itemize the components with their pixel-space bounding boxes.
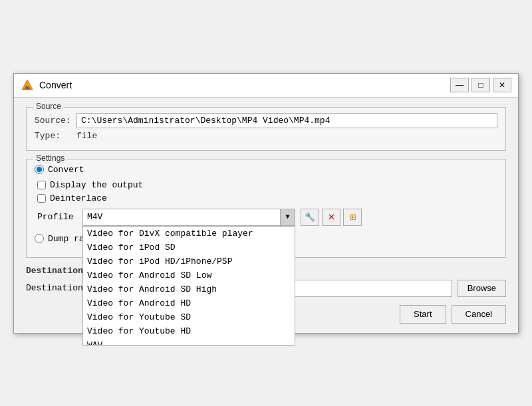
content-area: Source Source: Type: file Settings Conve… [14, 98, 518, 333]
table-icon: ⊞ [349, 212, 356, 222]
type-key-label: Type: [35, 131, 71, 141]
convert-radio[interactable] [35, 165, 44, 174]
delete-icon: ✕ [328, 212, 335, 222]
window-title: Convert [39, 80, 72, 90]
wrench-icon: 🔧 [305, 212, 315, 222]
source-group: Source Source: Type: file [26, 107, 506, 151]
settings-group: Settings Convert Display the output Dein… [26, 159, 506, 258]
display-output-checkbox[interactable] [37, 181, 46, 189]
profile-option-6[interactable]: Video for Youtube SD [83, 310, 295, 324]
deinterlace-checkbox[interactable] [37, 194, 46, 203]
start-button[interactable]: Start [400, 305, 446, 324]
profile-option-5[interactable]: Video for Android HD [83, 296, 295, 310]
title-bar-left: Convert [21, 78, 72, 92]
profile-selected-text: M4V [87, 212, 291, 222]
deinterlace-label: Deinterlace [50, 193, 107, 203]
profile-select[interactable]: M4V ▼ [82, 209, 295, 226]
source-row: Source: [35, 113, 497, 128]
source-path-input[interactable] [76, 113, 497, 128]
deinterlace-row: Deinterlace [37, 193, 497, 203]
wrench-button[interactable]: 🔧 [301, 209, 319, 226]
svg-rect-1 [25, 86, 29, 88]
profile-option-4[interactable]: Video for Android SD High [83, 282, 295, 296]
profile-icon-buttons: 🔧 ✕ ⊞ [301, 209, 362, 226]
settings-group-title: Settings [33, 153, 67, 163]
profile-option-0[interactable]: Video for DivX compatible player [83, 227, 295, 241]
title-bar-controls: — □ ✕ [450, 78, 511, 92]
source-group-title: Source [33, 102, 64, 111]
type-value: file [76, 131, 97, 141]
profile-dropdown-list[interactable]: Video for DivX compatible player Video f… [82, 226, 295, 346]
source-key-label: Source: [35, 116, 71, 126]
new-profile-button[interactable]: ⊞ [343, 209, 362, 226]
title-bar: Convert — □ ✕ [14, 74, 518, 98]
profile-option-3[interactable]: Video for Android SD Low [83, 268, 295, 282]
type-row: Type: file [35, 131, 497, 141]
minimize-button[interactable]: — [450, 78, 469, 92]
maximize-button[interactable]: □ [471, 78, 490, 92]
dump-radio[interactable] [35, 234, 44, 243]
convert-radio-row: Convert [35, 165, 497, 175]
convert-radio-label: Convert [48, 165, 84, 175]
display-output-row: Display the output [37, 180, 497, 190]
profile-label: Profile [37, 212, 77, 222]
profile-dropdown-container: M4V ▼ Video for DivX compatible player V… [82, 209, 295, 226]
delete-profile-button[interactable]: ✕ [322, 209, 340, 226]
profile-row: Profile M4V ▼ Video for DivX compatible … [37, 209, 497, 226]
profile-option-8[interactable]: WAV [83, 338, 295, 346]
profile-option-2[interactable]: Video for iPod HD/iPhone/PSP [83, 254, 295, 268]
browse-button[interactable]: Browse [458, 280, 506, 297]
profile-option-1[interactable]: Video for iPod SD [83, 241, 295, 254]
close-button[interactable]: ✕ [493, 78, 511, 92]
cancel-button[interactable]: Cancel [452, 305, 506, 324]
svg-rect-2 [25, 88, 30, 90]
dropdown-arrow-icon: ▼ [280, 209, 295, 225]
main-window: Convert — □ ✕ Source Source: Type: file … [13, 73, 519, 334]
vlc-icon [21, 78, 34, 92]
profile-option-7[interactable]: Video for Youtube HD [83, 324, 295, 338]
display-output-label: Display the output [50, 180, 143, 190]
